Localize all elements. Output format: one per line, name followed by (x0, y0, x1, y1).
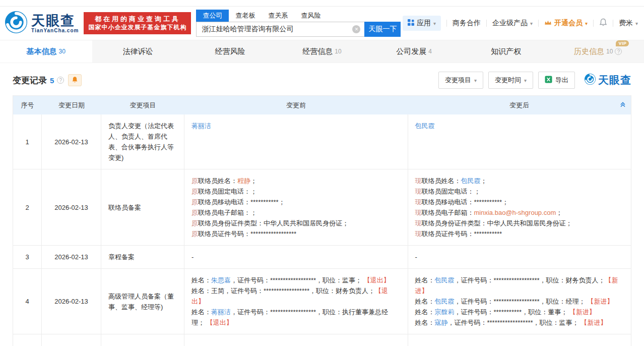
cell-text: 姓名：王简，证件号码：******************，职位：财务负责人； (191, 287, 375, 295)
nav-enterprise[interactable]: 企业级产品 ▾ (492, 19, 533, 28)
cell-line: 现联络员证件号码：*********** (415, 228, 624, 239)
nav-separator (446, 20, 447, 27)
cell-text: 联络员固定电话：； (198, 188, 257, 195)
tianyancha-swirl-icon (4, 10, 28, 36)
cell-before: 原联络员姓名：程静；原联络员固定电话：；原联络员移动电话：***********… (184, 169, 408, 245)
change-record-toolbar: 变更记录 5 ? 变更项目▾变更时间▾ 导出 (0, 63, 644, 95)
tab-label: 经营风险 (215, 47, 245, 56)
nav-vip-label: 开通会员 (554, 19, 583, 28)
tab-经营信息[interactable]: 经营信息10 (276, 40, 368, 63)
entity-link[interactable]: 程静 (237, 177, 250, 185)
cell-text: 姓名： (415, 319, 435, 326)
nav-open-vip[interactable]: 开通会员 ▾ (544, 19, 588, 28)
cell-before (184, 334, 408, 346)
cell-text: ，证件号码：******************，职位：财务负责人； (455, 276, 605, 284)
search-button[interactable]: 天眼一下 (364, 22, 401, 37)
search-type-tab-1[interactable]: 查老板 (229, 10, 262, 22)
search-input[interactable] (196, 22, 364, 37)
search-type-tab-0[interactable]: 查公司 (196, 10, 229, 22)
cell-line: 姓名：宗馥莉，证件号码：***********，职位：董事； 【新进】 (415, 307, 624, 317)
user-menu[interactable]: 费米 ▾ (619, 19, 638, 28)
cell-text: 联络员姓名： (198, 177, 237, 185)
subscribe-bell-button[interactable] (68, 74, 82, 86)
entity-link[interactable]: 包民霞 (435, 276, 455, 284)
cell-line: 姓名：包民霞，证件号码：******************，职位：经理； 【新… (415, 296, 624, 307)
entity-link[interactable]: 寇静 (435, 319, 448, 326)
search-type-tabs: 查公司查老板查关系查风险 (196, 10, 401, 22)
tab-知识产权[interactable]: 知识产权 (460, 40, 552, 63)
collapse-table-icon[interactable] (619, 101, 626, 109)
cell-text: 联络员电子邮箱：； (198, 209, 257, 216)
cell-change-item: 高级管理人员备案（董事、监事、经理等) (101, 269, 184, 334)
change-record-table: 序号变更日期变更项目变更前变更后 12026-02-13负责人变更（法定代表人、… (13, 95, 631, 346)
cell-change-item: 章程备案 (101, 246, 184, 268)
cell-text: 联络员证件号码：*********** (422, 230, 502, 238)
cell-text: 原 (191, 198, 198, 206)
crown-icon (544, 19, 552, 27)
help-icon[interactable]: ? (615, 48, 622, 55)
search-area: 查公司查老板查关系查风险 × 天眼一下 (196, 10, 401, 37)
cell-text: ，证件号码：******************，职位：监事； (448, 319, 581, 326)
column-header-4: 变更后 (408, 96, 631, 114)
cell-text: 姓名： (415, 298, 435, 305)
cell-line: 现联络员姓名：包民霞； (415, 176, 624, 186)
cell-after: - (408, 246, 631, 268)
company-section-tabs: 基本信息30法律诉讼经营风险经营信息10公司发展4知识产权历史信息10VIP? (0, 40, 644, 63)
cell-change-date: 2026-02-13 (42, 246, 101, 268)
cell-text: 【新进】 (587, 298, 613, 305)
site-logo[interactable]: 天眼查 TianYanCha.com (4, 10, 79, 36)
cell-text: 姓名： (191, 308, 211, 316)
tab-公司发展[interactable]: 公司发展4 (368, 40, 460, 63)
nav-cooperation[interactable]: 商务合作 (453, 19, 481, 28)
nav-separator (538, 20, 539, 27)
cell-index: 4 (13, 269, 42, 334)
entity-link[interactable]: 蒋丽洁 (211, 308, 231, 316)
section-count-badge: 5 (50, 76, 54, 85)
entity-link[interactable]: 包民霞 (415, 122, 435, 130)
entity-link[interactable]: 蒋丽洁 (191, 122, 211, 130)
brand-slogan-badge: 都在用的商业查询工具 国家中小企业发展子基金旗下机构 (84, 12, 191, 34)
cell-text: 联络员证件号码：****************** (198, 230, 296, 238)
tab-历史信息[interactable]: 历史信息10VIP? (552, 40, 644, 63)
cell-index: 1 (13, 114, 42, 169)
cell-index: 2 (13, 169, 42, 245)
notifications-button[interactable] (599, 18, 607, 28)
table-row: 32026-02-13章程备案-- (13, 246, 631, 269)
filter-button-1[interactable]: 变更时间▾ (488, 72, 533, 89)
vip-badge: VIP (616, 40, 629, 46)
excel-icon (545, 76, 552, 85)
entity-link[interactable]: minxia.bao@h-shgroup.com (474, 209, 556, 216)
cell-text: 联络员电子邮箱： (422, 209, 474, 216)
cell-line: 原联络员电子邮箱：； (191, 207, 401, 218)
export-button[interactable]: 导出 (538, 72, 575, 89)
entity-link[interactable]: 朱思嘉 (211, 276, 231, 284)
entity-link[interactable]: 宗馥莉 (435, 308, 455, 316)
tab-基本信息[interactable]: 基本信息30 (0, 40, 92, 63)
tianyancha-swirl-icon (584, 73, 596, 87)
cell-text: 原 (191, 177, 198, 185)
column-header-0: 序号 (13, 96, 42, 114)
search-type-tab-3[interactable]: 查风险 (294, 10, 327, 22)
cell-text: - (415, 253, 417, 261)
top-divider (0, 0, 644, 7)
nav-enterprise-label: 企业级产品 (492, 19, 528, 28)
filter-button-0[interactable]: 变更项目▾ (438, 72, 483, 89)
nav-apps[interactable]: 应用 ▾ (403, 16, 441, 31)
cell-before: 姓名：朱思嘉，证件号码：******************，职位：监事； 【退… (184, 269, 408, 334)
cell-change-item (101, 334, 184, 346)
cell-text: 原 (191, 230, 198, 238)
cell-text: 【退出】 (364, 276, 390, 284)
cell-line: - (415, 252, 624, 262)
entity-link[interactable]: 包民霞 (461, 177, 481, 185)
tab-法律诉讼[interactable]: 法律诉讼 (92, 40, 184, 63)
cell-after: 现联络员姓名：包民霞；现联络员固定电话：；现联络员移动电话：**********… (408, 169, 631, 245)
column-header-3: 变更前 (184, 96, 408, 114)
cell-text: 姓名： (415, 276, 435, 284)
search-type-tab-2[interactable]: 查关系 (262, 10, 294, 22)
tab-经营风险[interactable]: 经营风险 (184, 40, 276, 63)
help-icon[interactable]: ? (57, 77, 64, 84)
cell-before: 蒋丽洁 (184, 114, 408, 169)
filter-buttons: 变更项目▾变更时间▾ (438, 72, 533, 89)
app-grid-icon (408, 19, 414, 27)
entity-link[interactable]: 包民霞 (435, 298, 455, 305)
